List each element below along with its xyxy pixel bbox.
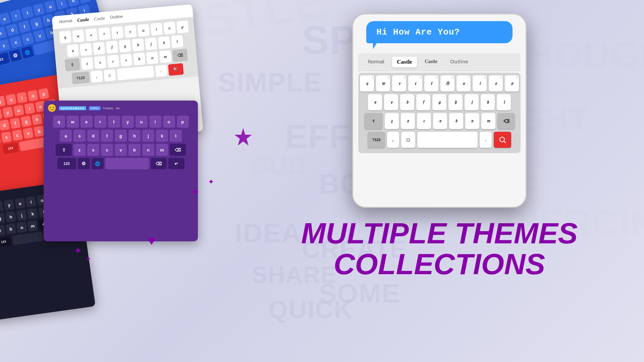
phone-key-e[interactable]: 3𝔢: [392, 75, 406, 92]
phone-emoji-key[interactable]: ☺: [401, 132, 415, 148]
blue-key: g: [30, 17, 43, 30]
purple-key: b: [128, 144, 141, 156]
phone-shift-key[interactable]: ⇧: [364, 113, 383, 129]
phone-123-key[interactable]: ?123: [368, 132, 385, 148]
theme-tab-castle-active[interactable]: Castle: [392, 57, 417, 67]
purple-key: v: [115, 144, 127, 156]
phone-comma-key[interactable]: ,: [387, 132, 399, 148]
blue-key: u: [44, 0, 57, 13]
white-tab-castle1[interactable]: Castle: [75, 16, 91, 24]
theme-tab-outline[interactable]: Outline: [445, 57, 473, 67]
purple-key: m: [156, 144, 168, 156]
phone-key-y[interactable]: 6ℌ: [440, 75, 454, 92]
chat-text: Hi How Are You?: [376, 27, 460, 37]
white-key: n: [146, 51, 159, 64]
red-key: h: [32, 114, 43, 125]
svg-line-1: [504, 141, 505, 143]
phone-key-a[interactable]: 𝔞: [368, 94, 382, 110]
phone-key-r[interactable]: 4𝔯: [408, 75, 422, 92]
red-key: u: [6, 94, 17, 105]
dark-key: b: [5, 223, 16, 235]
phone-key-o[interactable]: 9𝔬: [489, 75, 503, 92]
white-key: i: [150, 23, 163, 36]
sponge-emoji: 😊: [47, 104, 56, 113]
red-key: y: [0, 96, 6, 107]
red-key: z: [0, 133, 1, 144]
phone-key-h[interactable]: 𝔥: [448, 94, 463, 110]
phone-key-b[interactable]: 𝔟: [449, 113, 463, 129]
headline-line2: Collections: [301, 249, 578, 280]
purple-key: i: [149, 116, 161, 128]
purple-123-key: 123: [57, 158, 76, 169]
dark-key: t: [0, 201, 3, 212]
purple-del2-key: ⌫: [151, 158, 167, 169]
purple-key: h: [128, 130, 141, 142]
white-key: r: [98, 27, 110, 40]
phone-key-j[interactable]: 𝔧: [465, 94, 479, 110]
theme-tab-castle2[interactable]: Castle: [420, 57, 442, 67]
phone-key-u[interactable]: 7𝔲: [457, 75, 471, 92]
purple-key: a: [60, 130, 72, 142]
purple-key: q: [53, 116, 65, 128]
white-key: u: [137, 24, 150, 37]
phone-key-w[interactable]: 2𝔴: [376, 75, 390, 92]
phone-mockup: Hi How Are You? Normal Castle Castle Out…: [352, 13, 527, 208]
white-tab-castle2[interactable]: Castle: [92, 15, 107, 23]
purple-enter-key: ↵: [168, 158, 184, 169]
white-key: q: [59, 31, 71, 44]
phone-key-n[interactable]: 𝔫: [465, 113, 479, 129]
phone-del-key[interactable]: [497, 113, 515, 129]
phone-key-m[interactable]: 𝔪: [481, 113, 495, 129]
theme-tab-normal[interactable]: Normal: [363, 57, 389, 67]
purple-key: k: [156, 130, 168, 142]
purple-key: l: [170, 130, 182, 142]
white-key: h: [132, 39, 144, 52]
theme-tabs[interactable]: Normal Castle Castle Outline: [358, 53, 521, 71]
red-key: p: [38, 88, 49, 99]
phone-key-p[interactable]: 0𝔭: [505, 75, 519, 92]
white-dot-key: .: [155, 65, 167, 77]
white-key: d: [93, 42, 105, 55]
purple-key: j: [142, 130, 154, 142]
purple-key: y: [122, 116, 134, 128]
phone-key-f[interactable]: 𝔣: [416, 94, 430, 110]
keyboard-purple: 😊 SpOnGeMoCk ZaRiS Frowny Ha q w e r t y…: [44, 101, 198, 241]
phone-key-d[interactable]: 𝔡: [400, 94, 414, 110]
white-key: x: [94, 56, 106, 69]
red-key: g: [21, 116, 32, 127]
phone-key-z[interactable]: 𝔷: [385, 113, 399, 129]
dark-key: h: [5, 211, 16, 223]
phone-key-x[interactable]: 𝔵: [401, 113, 415, 129]
white-tab-normal[interactable]: Normal: [57, 17, 74, 25]
purple-key: z: [73, 144, 86, 156]
white-tab-outline[interactable]: Outline: [108, 13, 125, 21]
red-key: v: [23, 127, 34, 139]
dark-key: y: [4, 199, 14, 210]
phone-space-key[interactable]: [417, 132, 478, 148]
blue-key: f: [18, 20, 31, 33]
phone-key-l[interactable]: 𝔩: [497, 94, 511, 110]
phone-key-t[interactable]: 5𝔱: [424, 75, 438, 92]
phone-key-q[interactable]: 1𝔮: [360, 75, 374, 92]
phone-key-k[interactable]: 𝔨: [481, 94, 495, 110]
phone-search-key[interactable]: [494, 132, 511, 148]
red-key: x: [1, 131, 12, 143]
red-key: b: [34, 126, 45, 137]
white-key: t: [111, 26, 123, 39]
blue-key: c: [21, 33, 34, 46]
phone-key-v[interactable]: 𝔳: [433, 113, 447, 129]
purple-globe-key: 🌐: [92, 158, 104, 169]
white-key: g: [119, 40, 131, 53]
purple-key: r: [94, 116, 106, 128]
phone-key-g[interactable]: 𝔤: [432, 94, 446, 110]
white-comma-key: ,: [90, 70, 103, 83]
phone-key-s[interactable]: 𝔰: [384, 94, 398, 110]
phone-dot-key[interactable]: .: [480, 132, 492, 148]
phone-key-i[interactable]: 8𝔦: [473, 75, 487, 92]
purple-del-key: ⌫: [170, 144, 186, 156]
purple-key: w: [67, 116, 79, 128]
red-key: i: [16, 92, 28, 103]
phone-key-c[interactable]: 𝔠: [417, 113, 431, 129]
red-key: f: [10, 118, 21, 129]
red-key: o: [28, 90, 39, 101]
